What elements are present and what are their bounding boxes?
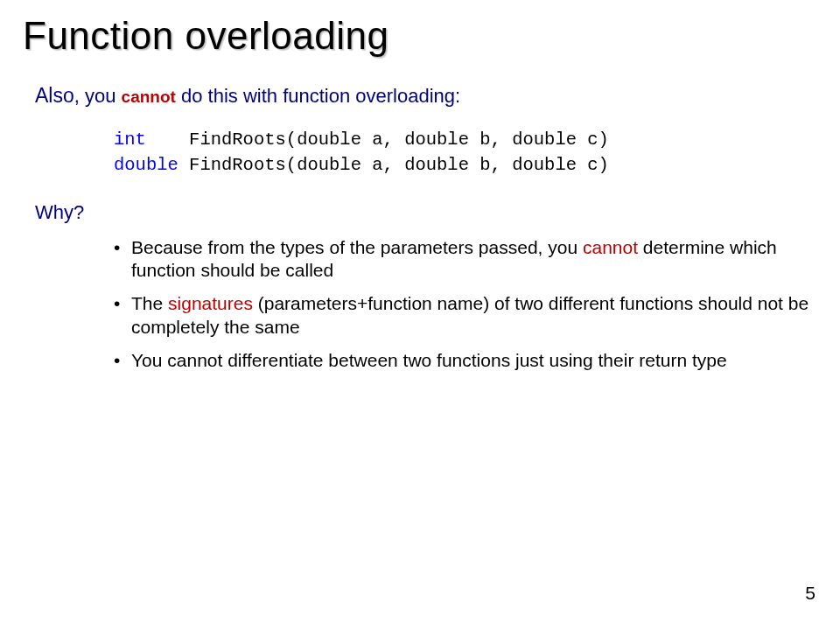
slide-title: Function overloading (23, 14, 817, 59)
code-line2-rest: FindRoots(double a, double b, double c) (178, 155, 609, 175)
bullet-text-pre: You cannot differentiate between two fun… (131, 350, 727, 370)
page-number: 5 (805, 583, 816, 604)
bullet-text-pre: Because from the types of the parameters… (131, 237, 583, 257)
code-keyword-double: double (114, 155, 178, 175)
lead-sep: , (74, 85, 85, 107)
bullet-list: Because from the types of the parameters… (114, 236, 817, 372)
list-item: The signatures (parameters+function name… (114, 292, 814, 339)
list-item: You cannot differentiate between two fun… (114, 349, 814, 372)
code-block: int FindRoots(double a, double b, double… (114, 128, 817, 178)
lead-part1: you (85, 85, 122, 107)
slide: Function overloading Also, you cannot do… (0, 0, 840, 630)
lead-cannot: cannot (122, 88, 176, 106)
why-heading: Why? (35, 201, 817, 224)
code-keyword-int: int (114, 130, 146, 150)
lead-prefix: Also (35, 84, 74, 107)
bullet-text-red: cannot (583, 237, 638, 257)
lead-part2: do this with function overloading: (176, 85, 460, 107)
bullet-text-pre: The (131, 293, 168, 313)
list-item: Because from the types of the parameters… (114, 236, 814, 283)
lead-line: Also, you cannot do this with function o… (35, 83, 817, 109)
code-line1-rest: FindRoots(double a, double b, double c) (146, 130, 609, 150)
bullet-text-red: signatures (168, 293, 253, 313)
